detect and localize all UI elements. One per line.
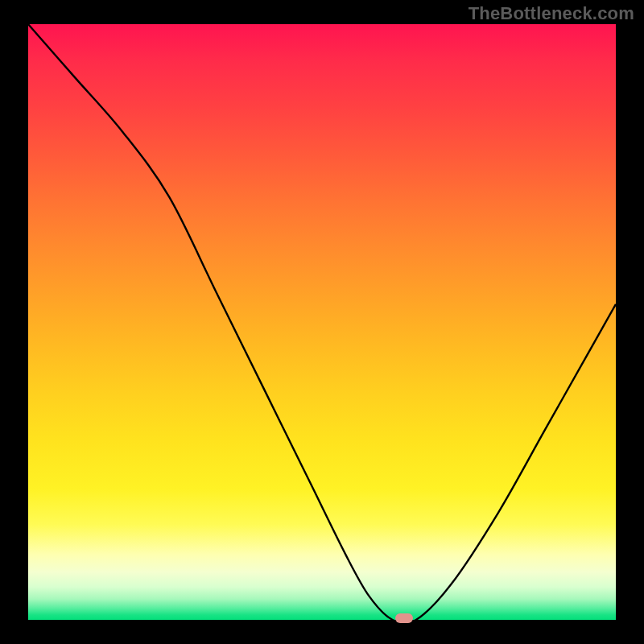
plot-area bbox=[28, 24, 616, 620]
curve-path bbox=[28, 24, 616, 624]
bottleneck-curve bbox=[28, 24, 616, 620]
chart-frame: TheBottleneck.com bbox=[0, 0, 644, 644]
watermark-text: TheBottleneck.com bbox=[469, 3, 634, 24]
optimal-point-marker bbox=[395, 613, 413, 623]
